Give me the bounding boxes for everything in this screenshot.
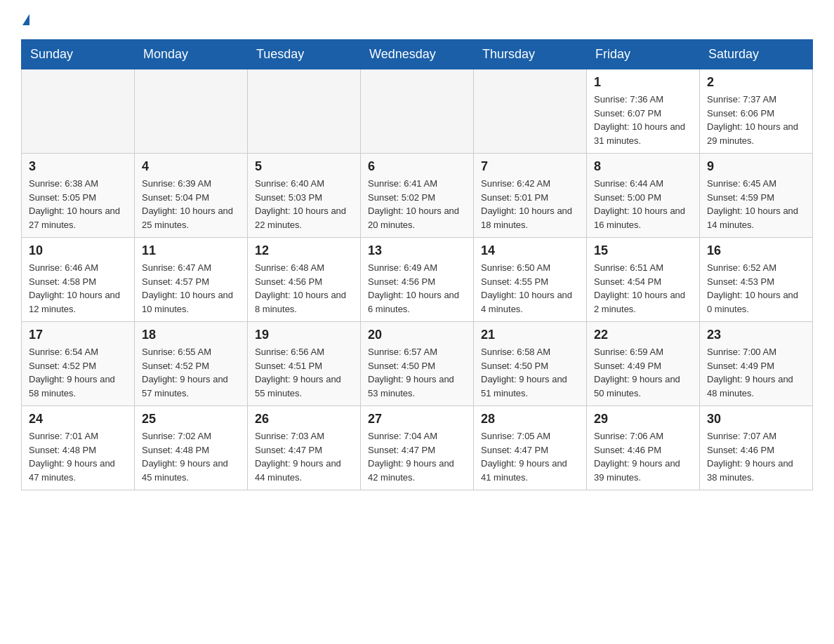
day-info: Sunrise: 7:01 AM Sunset: 4:48 PM Dayligh…: [29, 429, 127, 484]
day-number: 19: [255, 328, 353, 342]
day-number: 21: [481, 328, 579, 342]
calendar-week-row: 1Sunrise: 7:36 AM Sunset: 6:07 PM Daylig…: [22, 69, 813, 154]
calendar-cell: 11Sunrise: 6:47 AM Sunset: 4:57 PM Dayli…: [135, 238, 248, 322]
day-info: Sunrise: 6:41 AM Sunset: 5:02 PM Dayligh…: [368, 177, 466, 232]
day-info: Sunrise: 7:07 AM Sunset: 4:46 PM Dayligh…: [707, 429, 805, 484]
calendar-cell: 3Sunrise: 6:38 AM Sunset: 5:05 PM Daylig…: [22, 154, 135, 238]
day-number: 17: [29, 328, 127, 342]
day-info: Sunrise: 6:54 AM Sunset: 4:52 PM Dayligh…: [29, 345, 127, 400]
calendar-week-row: 24Sunrise: 7:01 AM Sunset: 4:48 PM Dayli…: [22, 406, 813, 490]
day-number: 13: [368, 243, 466, 258]
calendar-cell: 24Sunrise: 7:01 AM Sunset: 4:48 PM Dayli…: [22, 406, 135, 490]
day-info: Sunrise: 6:46 AM Sunset: 4:58 PM Dayligh…: [29, 261, 127, 316]
day-number: 24: [29, 412, 127, 427]
calendar-cell: 14Sunrise: 6:50 AM Sunset: 4:55 PM Dayli…: [474, 238, 587, 322]
calendar-cell: 9Sunrise: 6:45 AM Sunset: 4:59 PM Daylig…: [700, 154, 813, 238]
day-info: Sunrise: 6:55 AM Sunset: 4:52 PM Dayligh…: [142, 345, 240, 400]
day-number: 2: [707, 75, 805, 90]
day-number: 18: [142, 328, 240, 342]
day-number: 6: [368, 159, 466, 174]
calendar-cell: 6Sunrise: 6:41 AM Sunset: 5:02 PM Daylig…: [361, 154, 474, 238]
day-number: 20: [368, 328, 466, 342]
day-number: 3: [29, 159, 127, 174]
day-number: 8: [594, 159, 692, 174]
calendar-cell: 7Sunrise: 6:42 AM Sunset: 5:01 PM Daylig…: [474, 154, 587, 238]
calendar-cell: 15Sunrise: 6:51 AM Sunset: 4:54 PM Dayli…: [587, 238, 700, 322]
day-number: 15: [594, 243, 692, 258]
calendar-cell: 17Sunrise: 6:54 AM Sunset: 4:52 PM Dayli…: [22, 322, 135, 406]
day-number: 26: [255, 412, 353, 427]
calendar-cell: [361, 69, 474, 154]
day-info: Sunrise: 7:00 AM Sunset: 4:49 PM Dayligh…: [707, 345, 805, 400]
day-info: Sunrise: 6:49 AM Sunset: 4:56 PM Dayligh…: [368, 261, 466, 316]
header-monday: Monday: [135, 40, 248, 69]
day-info: Sunrise: 7:36 AM Sunset: 6:07 PM Dayligh…: [594, 93, 692, 147]
day-info: Sunrise: 6:39 AM Sunset: 5:04 PM Dayligh…: [142, 177, 240, 232]
calendar-cell: 19Sunrise: 6:56 AM Sunset: 4:51 PM Dayli…: [248, 322, 361, 406]
day-info: Sunrise: 7:37 AM Sunset: 6:06 PM Dayligh…: [707, 93, 805, 147]
day-number: 5: [255, 159, 353, 174]
day-number: 23: [707, 328, 805, 342]
logo-triangle-icon: [22, 14, 29, 25]
calendar-cell: 5Sunrise: 6:40 AM Sunset: 5:03 PM Daylig…: [248, 154, 361, 238]
header-thursday: Thursday: [474, 40, 587, 69]
header-sunday: Sunday: [22, 40, 135, 69]
day-number: 7: [481, 159, 579, 174]
calendar-cell: 16Sunrise: 6:52 AM Sunset: 4:53 PM Dayli…: [700, 238, 813, 322]
calendar-cell: 22Sunrise: 6:59 AM Sunset: 4:49 PM Dayli…: [587, 322, 700, 406]
day-info: Sunrise: 7:04 AM Sunset: 4:47 PM Dayligh…: [368, 429, 466, 484]
calendar-cell: 20Sunrise: 6:57 AM Sunset: 4:50 PM Dayli…: [361, 322, 474, 406]
day-info: Sunrise: 6:57 AM Sunset: 4:50 PM Dayligh…: [368, 345, 466, 400]
day-number: 29: [594, 412, 692, 427]
calendar-table: SundayMondayTuesdayWednesdayThursdayFrid…: [21, 39, 813, 490]
day-info: Sunrise: 6:58 AM Sunset: 4:50 PM Dayligh…: [481, 345, 579, 400]
day-info: Sunrise: 6:56 AM Sunset: 4:51 PM Dayligh…: [255, 345, 353, 400]
calendar-cell: 23Sunrise: 7:00 AM Sunset: 4:49 PM Dayli…: [700, 322, 813, 406]
day-info: Sunrise: 6:38 AM Sunset: 5:05 PM Dayligh…: [29, 177, 127, 232]
header-tuesday: Tuesday: [248, 40, 361, 69]
day-info: Sunrise: 6:42 AM Sunset: 5:01 PM Dayligh…: [481, 177, 579, 232]
day-number: 27: [368, 412, 466, 427]
day-number: 11: [142, 243, 240, 258]
calendar-header-row: SundayMondayTuesdayWednesdayThursdayFrid…: [22, 40, 813, 69]
calendar-cell: [135, 69, 248, 154]
day-number: 9: [707, 159, 805, 174]
day-info: Sunrise: 6:40 AM Sunset: 5:03 PM Dayligh…: [255, 177, 353, 232]
day-number: 12: [255, 243, 353, 258]
calendar-cell: [248, 69, 361, 154]
day-number: 30: [707, 412, 805, 427]
day-info: Sunrise: 6:47 AM Sunset: 4:57 PM Dayligh…: [142, 261, 240, 316]
day-number: 28: [481, 412, 579, 427]
day-info: Sunrise: 7:06 AM Sunset: 4:46 PM Dayligh…: [594, 429, 692, 484]
day-number: 16: [707, 243, 805, 258]
header-wednesday: Wednesday: [361, 40, 474, 69]
header-saturday: Saturday: [700, 40, 813, 69]
day-info: Sunrise: 6:52 AM Sunset: 4:53 PM Dayligh…: [707, 261, 805, 316]
day-number: 10: [29, 243, 127, 258]
header-friday: Friday: [587, 40, 700, 69]
calendar-week-row: 17Sunrise: 6:54 AM Sunset: 4:52 PM Dayli…: [22, 322, 813, 406]
day-number: 25: [142, 412, 240, 427]
calendar-cell: 25Sunrise: 7:02 AM Sunset: 4:48 PM Dayli…: [135, 406, 248, 490]
calendar-cell: 2Sunrise: 7:37 AM Sunset: 6:06 PM Daylig…: [700, 69, 813, 154]
calendar-cell: 1Sunrise: 7:36 AM Sunset: 6:07 PM Daylig…: [587, 69, 700, 154]
day-info: Sunrise: 7:05 AM Sunset: 4:47 PM Dayligh…: [481, 429, 579, 484]
day-number: 1: [594, 75, 692, 90]
day-info: Sunrise: 6:51 AM Sunset: 4:54 PM Dayligh…: [594, 261, 692, 316]
calendar-cell: 4Sunrise: 6:39 AM Sunset: 5:04 PM Daylig…: [135, 154, 248, 238]
day-info: Sunrise: 6:48 AM Sunset: 4:56 PM Dayligh…: [255, 261, 353, 316]
day-info: Sunrise: 7:02 AM Sunset: 4:48 PM Dayligh…: [142, 429, 240, 484]
calendar-cell: 10Sunrise: 6:46 AM Sunset: 4:58 PM Dayli…: [22, 238, 135, 322]
calendar-cell: 21Sunrise: 6:58 AM Sunset: 4:50 PM Dayli…: [474, 322, 587, 406]
day-info: Sunrise: 6:45 AM Sunset: 4:59 PM Dayligh…: [707, 177, 805, 232]
calendar-cell: [474, 69, 587, 154]
day-info: Sunrise: 6:59 AM Sunset: 4:49 PM Dayligh…: [594, 345, 692, 400]
calendar-cell: 28Sunrise: 7:05 AM Sunset: 4:47 PM Dayli…: [474, 406, 587, 490]
logo: [21, 14, 29, 25]
day-info: Sunrise: 6:50 AM Sunset: 4:55 PM Dayligh…: [481, 261, 579, 316]
calendar-cell: 8Sunrise: 6:44 AM Sunset: 5:00 PM Daylig…: [587, 154, 700, 238]
page-header: [21, 14, 813, 25]
day-number: 4: [142, 159, 240, 174]
calendar-cell: 12Sunrise: 6:48 AM Sunset: 4:56 PM Dayli…: [248, 238, 361, 322]
calendar-cell: [22, 69, 135, 154]
